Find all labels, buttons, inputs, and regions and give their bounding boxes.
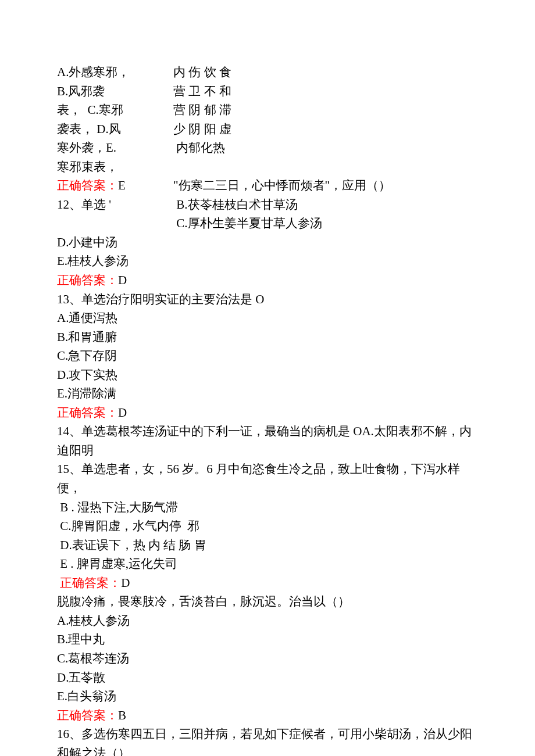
answer-value: D [118, 273, 127, 287]
q12-stem: "伤寒二三日，心中悸而烦者"，应用（） [173, 176, 480, 195]
q13-stem: 13、单选治疗阳明实证的主要治法是 O [57, 290, 480, 309]
q15-option-e: E.白头翁汤 [57, 687, 480, 706]
q14-option-d: D.表证误下，热 内 结 肠 胃 [57, 536, 480, 555]
option-d: 袭表， D.风 [57, 120, 173, 139]
answer-label: 正确答案： [57, 576, 121, 590]
answer-label: 正确答案： [57, 178, 118, 192]
q14-option-e: E . 脾胃虚寒,运化失司 [57, 554, 480, 574]
q13-option-b: B.和胃通腑 [57, 328, 480, 347]
answer-value: D [121, 576, 130, 590]
q15-option-c: C.葛根芩连汤 [57, 649, 480, 668]
desc-e: 内郁化热 [173, 138, 480, 157]
answer-label: 正确答案： [57, 406, 118, 420]
answer-label: 正确答案： [57, 708, 118, 722]
answer-13-row: 正确答案：D [57, 403, 480, 422]
option-b: B.风邪袭 [57, 82, 173, 101]
q12-option-e: E.桂枝人参汤 [57, 252, 480, 271]
q13-option-e: E.消滞除满 [57, 384, 480, 403]
desc-d: 少 阴 阳 虚 [173, 120, 480, 139]
q12-right-column: "伤寒二三日，心中悸而烦者"，应用（） B.茯苓桂枝白术甘草汤 C.厚朴生姜半夏… [173, 176, 480, 233]
q15-option-a: A.桂枝人参汤 [57, 611, 480, 630]
option-tail: 寒邪束表， [57, 157, 173, 177]
answer-11-left-column: 正确答案：E 12、单选 ' [57, 176, 173, 233]
answer-value: D [118, 406, 127, 420]
q14-stem: 14、单选葛根芩连汤证中的下利一证，最确当的病机是 OA.太阳表邪不解，内迫阳明 [57, 422, 480, 460]
q15-continuation: 脱腹冷痛，畏寒肢冷，舌淡苔白，脉沉迟。治当以（） [57, 592, 480, 611]
answer-value: E [118, 178, 126, 192]
desc-c: 营 阴 郁 滞 [173, 101, 480, 120]
answer-value: B [118, 708, 126, 722]
answer-11-and-q12-head: 正确答案：E 12、单选 ' "伤寒二三日，心中悸而烦者"，应用（） B.茯苓桂… [57, 176, 480, 233]
q13-option-a: A.通便泻热 [57, 309, 480, 328]
desc-b: 营 卫 不 和 [173, 82, 480, 101]
q14-option-c: C.脾胃阳虚，水气内停 邪 [57, 517, 480, 536]
option-c: 表， C.寒邪 [57, 101, 173, 120]
q16-stem: 16、多选伤寒四五日，三阳并病，若见如下症候者，可用小柴胡汤，治从少阳和解之法（… [57, 725, 480, 756]
q12-option-c: C.厚朴生姜半夏甘草人参汤 [173, 214, 480, 233]
document-page: A.外感寒邪， B.风邪袭 表， C.寒邪 袭表， D.风 寒外袭，E. 寒邪束… [0, 0, 535, 756]
q12-option-d: D.小建中汤 [57, 233, 480, 252]
q13-option-c: C.急下存阴 [57, 346, 480, 366]
q15-option-d: D.五苓散 [57, 668, 480, 687]
answer-11-row: 正确答案：E [57, 176, 173, 195]
q14-option-b: B . 湿热下注,大肠气滞 [57, 498, 480, 517]
q13-option-d: D.攻下实热 [57, 366, 480, 385]
q12-option-b: B.茯苓桂枝白术甘草汤 [173, 195, 480, 214]
q15-stem: 15、单选患者，女，56 岁。6 月中旬恣食生冷之品，致上吐食物，下泻水样便， [57, 460, 480, 497]
q11-right-column: 内 伤 饮 食 营 卫 不 和 营 阴 郁 滞 少 阴 阳 虚 内郁化热 [173, 63, 480, 176]
answer-12-row: 正确答案：D [57, 271, 480, 290]
q11-options-block: A.外感寒邪， B.风邪袭 表， C.寒邪 袭表， D.风 寒外袭，E. 寒邪束… [57, 63, 480, 176]
option-e: 寒外袭，E. [57, 138, 173, 157]
answer-14-row: 正确答案：D [57, 574, 480, 593]
answer-label: 正确答案： [57, 273, 118, 287]
option-a: A.外感寒邪， [57, 63, 173, 82]
q15-option-b: B.理中丸 [57, 630, 480, 649]
q12-number: 12、单选 ' [57, 195, 173, 214]
answer-15-row: 正确答案：B [57, 706, 480, 725]
desc-a: 内 伤 饮 食 [173, 63, 480, 82]
q11-left-column: A.外感寒邪， B.风邪袭 表， C.寒邪 袭表， D.风 寒外袭，E. 寒邪束… [57, 63, 173, 176]
